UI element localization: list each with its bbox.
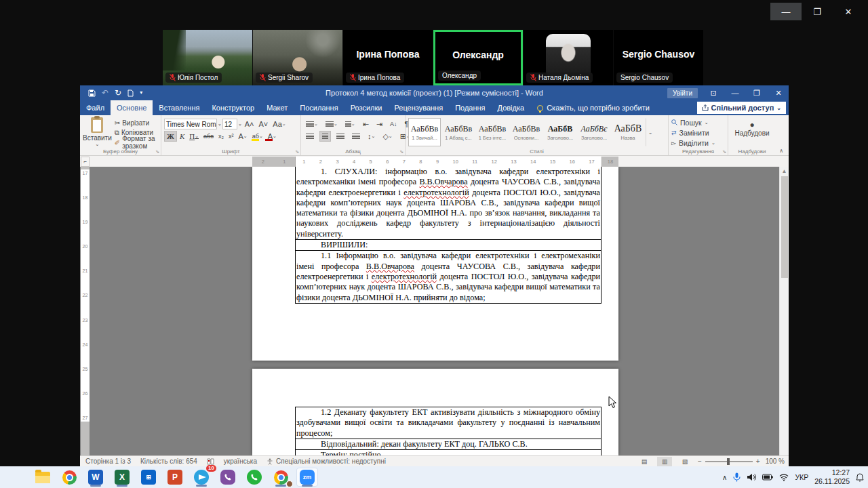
highlight-button[interactable]: аб⌄ (250, 131, 265, 142)
style-body-text[interactable]: АаБбВв Основни... (510, 118, 542, 146)
horizontal-ruler[interactable]: 21 1234567891011121314151617 18 (252, 157, 618, 167)
doc-paragraph-sluhaly[interactable]: 1. СЛУХАЛИ: інформацію в.о. завідувача к… (296, 167, 601, 239)
align-right-icon[interactable] (334, 131, 347, 142)
doc-paragraph-1-1[interactable]: 1.1 Інформацію в.о. завідувача кафедри е… (296, 250, 601, 302)
participant-tile[interactable]: Юлія Постол (163, 30, 252, 85)
doc-paragraph-vyrishyly[interactable]: ВИРІШИЛИ: (296, 239, 601, 250)
font-dialog-launcher-icon[interactable]: ⇘ (295, 149, 299, 155)
strikethrough-button[interactable]: абв (201, 131, 216, 142)
collapse-ribbon-icon[interactable]: ∧ (779, 148, 783, 154)
whatsapp-button[interactable] (243, 468, 265, 487)
wifi-icon[interactable] (779, 474, 789, 481)
ribbon-display-options-icon[interactable]: ⊡ (703, 85, 724, 100)
multilevel-list-icon[interactable]: ⌄ (343, 119, 357, 129)
share-button[interactable]: Спільний доступ ⌄ (697, 102, 786, 114)
bold-button[interactable]: Ж (164, 131, 177, 142)
paste-button[interactable]: Вставити ⌄ (83, 117, 112, 147)
zoom-out-icon[interactable]: − (698, 458, 702, 465)
word-taskbar-button[interactable]: W (85, 468, 106, 487)
proofing-errors-icon[interactable] (207, 458, 214, 465)
cut-button[interactable]: ✂Вирізати (115, 119, 158, 127)
word-close-button[interactable]: ✕ (768, 85, 789, 100)
read-mode-button[interactable]: ▤ (637, 457, 652, 466)
language-indicator[interactable]: українська (224, 458, 257, 465)
chrome-profile-button[interactable] (270, 468, 292, 487)
battery-icon[interactable] (762, 474, 773, 481)
doc-paragraph-responsible[interactable]: Відповідальний: декан факультету ЕКТ доц… (296, 439, 601, 449)
tab-mailings[interactable]: Розсилки (344, 100, 389, 115)
save-icon[interactable] (88, 89, 96, 97)
italic-button[interactable]: К (178, 131, 186, 142)
format-painter-button[interactable]: ✐Формат за зразком (115, 138, 158, 147)
tell-me-search[interactable]: Скажіть, що потрібно зробити (537, 104, 650, 112)
word-restore-button[interactable]: ❐ (747, 85, 767, 100)
bullet-list-icon[interactable]: ⌄ (304, 119, 320, 129)
clipboard-dialog-launcher-icon[interactable]: ⇘ (155, 149, 159, 155)
customize-qat-icon[interactable]: ▾ (140, 90, 142, 96)
tab-stop-selector[interactable]: ⌐ (81, 157, 90, 167)
participant-tile-active-speaker[interactable]: Олександр Олександр (433, 30, 523, 85)
underline-button[interactable]: П⌄ (187, 131, 201, 142)
tab-file[interactable]: Файл (80, 100, 111, 115)
zoom-level[interactable]: 100 % (766, 458, 785, 465)
microsoft-store-button[interactable]: ⊞ (138, 468, 159, 487)
restore-button[interactable]: ❐ (802, 3, 833, 20)
tab-layout[interactable]: Макет (260, 100, 294, 115)
align-center-icon[interactable] (319, 131, 331, 142)
word-count[interactable]: Кількість слів: 654 (140, 458, 197, 465)
powerpoint-button[interactable]: P (164, 468, 186, 487)
zoom-in-icon[interactable]: + (756, 458, 760, 465)
addins-button[interactable]: ● Надбудови (731, 117, 773, 137)
grow-font-button[interactable]: А˄ (243, 119, 256, 129)
minimize-button[interactable]: — (770, 3, 802, 20)
microphone-in-use-icon[interactable] (733, 472, 741, 482)
accessibility-status[interactable]: Спеціальні можливості: недоступні (267, 458, 386, 465)
increase-indent-icon[interactable]: ⇥ (374, 119, 384, 129)
justify-icon[interactable] (350, 131, 362, 142)
numbered-list-icon[interactable]: ⌄ (323, 119, 340, 129)
tab-home[interactable]: Основне (111, 100, 153, 115)
scroll-up-icon[interactable]: ▲ (780, 167, 789, 174)
scrollbar-thumb[interactable] (781, 176, 788, 278)
document-icon[interactable] (127, 89, 134, 97)
start-button[interactable] (5, 468, 27, 487)
style-title[interactable]: АаБбВ Назва (612, 118, 644, 146)
styles-more-button[interactable]: ⌄ (646, 118, 655, 146)
page-indicator[interactable]: Сторінка 1 із 3 (85, 458, 131, 465)
editing-dialog-launcher-icon[interactable]: ⇘ (722, 149, 726, 155)
paragraph-dialog-launcher-icon[interactable]: ⇘ (399, 149, 403, 155)
keyboard-language[interactable]: УКР (795, 473, 808, 481)
sign-in-button[interactable]: Увійти (667, 88, 698, 98)
document-page-2[interactable]: 1.2 Деканату факультету ЕКТ активізувати… (252, 369, 618, 455)
vertical-scrollbar[interactable]: ▲ (779, 167, 789, 455)
participant-tile[interactable]: Sergii Sharov (253, 30, 342, 85)
style-heading2[interactable]: АаБбВє Заголово... (578, 118, 610, 146)
redo-icon[interactable]: ↻ (115, 89, 121, 97)
zoom-knob[interactable] (727, 458, 730, 465)
tab-design[interactable]: Конструктор (205, 100, 260, 115)
tab-review[interactable]: Рецензування (388, 100, 449, 115)
style-no-indent[interactable]: АаБбВв 1 Без інте... (476, 118, 509, 146)
find-button[interactable]: Пошук⌄ (671, 117, 725, 127)
undo-icon[interactable]: ↶ (102, 89, 108, 97)
excel-taskbar-button[interactable]: X (111, 468, 133, 487)
superscript-button[interactable]: x² (226, 131, 236, 142)
doc-paragraph-term[interactable]: Термін: постійно. (296, 449, 601, 455)
font-color-button[interactable]: А⌄ (266, 131, 279, 142)
participant-tile[interactable]: Наталя Дьоміна (524, 30, 613, 85)
speaker-icon[interactable] (747, 473, 756, 481)
font-name-combobox[interactable]: Times New Roman (164, 119, 217, 129)
zoom-track[interactable] (705, 461, 753, 462)
sort-icon[interactable]: А↓ (388, 119, 399, 129)
tab-view[interactable]: Подання (449, 100, 491, 115)
zoom-slider[interactable]: − + (698, 458, 760, 465)
align-left-icon[interactable] (304, 131, 316, 142)
shrink-font-button[interactable]: А˅ (257, 119, 271, 129)
print-layout-button[interactable]: ▥ (657, 457, 672, 466)
style-normal[interactable]: АаБбВв 1 Звичай... (408, 118, 441, 146)
viber-button[interactable] (217, 468, 239, 487)
document-page-1[interactable]: 1. СЛУХАЛИ: інформацію в.о. завідувача к… (252, 167, 618, 361)
text-effects-button[interactable]: А⌄ (236, 131, 249, 142)
style-heading1[interactable]: АаБбВ Заголово... (544, 118, 576, 146)
subscript-button[interactable]: x₂ (216, 131, 226, 142)
